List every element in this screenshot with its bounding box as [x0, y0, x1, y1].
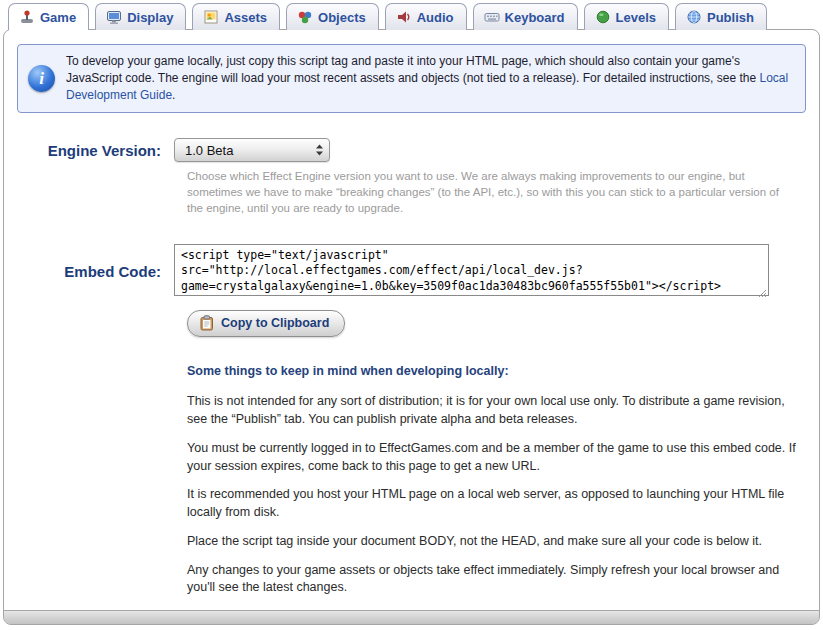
tab-bar: Game Display Assets Objects Audio Keyboa… [0, 3, 823, 30]
info-text-main: To develop your game locally, just copy … [66, 54, 759, 85]
tab-publish-label: Publish [707, 10, 754, 25]
note-paragraph: Any changes to your game assets or objec… [187, 562, 799, 598]
embed-code-textarea[interactable]: <script type="text/javascript" src="http… [174, 244, 769, 296]
note-paragraph: You must be currently logged in to Effec… [187, 440, 799, 476]
copy-button-label: Copy to Clipboard [221, 316, 329, 330]
clipboard-icon [200, 315, 214, 331]
colored-balls-icon [297, 9, 313, 25]
keyboard-icon [484, 9, 500, 25]
local-development-panel: i To develop your game locally, just cop… [3, 29, 820, 625]
tab-publish[interactable]: Publish [675, 3, 767, 30]
notes-heading: Some things to keep in mind when develop… [187, 363, 799, 381]
engine-version-help-text: Choose which Effect Engine version you w… [187, 169, 793, 217]
tab-levels-label: Levels [616, 10, 656, 25]
globe-icon [686, 9, 702, 25]
engine-version-value: 1.0 Beta [185, 143, 233, 158]
green-sphere-icon [595, 9, 611, 25]
tab-game-label: Game [40, 10, 76, 25]
tab-assets[interactable]: Assets [192, 3, 280, 30]
note-paragraph: It is recommended you host your HTML pag… [187, 486, 799, 522]
tab-assets-label: Assets [224, 10, 267, 25]
engine-version-select[interactable]: 1.0 Beta [174, 138, 330, 162]
gamepad-icon [19, 9, 35, 25]
back-arrow-icon [357, 624, 373, 625]
engine-version-label: Engine Version: [4, 142, 174, 159]
note-paragraph: Place the script tag inside your documen… [187, 533, 799, 551]
tab-keyboard[interactable]: Keyboard [473, 3, 578, 30]
panel-footer-bar [3, 610, 820, 625]
tab-display[interactable]: Display [95, 3, 186, 30]
tab-audio[interactable]: Audio [385, 3, 467, 30]
embed-code-label: Embed Code: [4, 263, 174, 280]
speaker-icon [396, 9, 412, 25]
embed-code-row: Embed Code: <script type="text/javascrip… [4, 244, 819, 300]
tab-audio-label: Audio [417, 10, 454, 25]
engine-version-row: Engine Version: 1.0 Beta [4, 138, 819, 162]
monitor-icon [106, 9, 122, 25]
note-paragraph: This is not intended for any sort of dis… [187, 393, 799, 429]
dropdown-arrows-icon [315, 143, 324, 157]
tab-objects-label: Objects [318, 10, 366, 25]
tab-objects[interactable]: Objects [286, 3, 379, 30]
tab-keyboard-label: Keyboard [505, 10, 565, 25]
info-box-text: To develop your game locally, just copy … [66, 53, 793, 104]
picture-icon [203, 9, 219, 25]
embed-code-field: <script type="text/javascript" src="http… [174, 244, 769, 300]
local-development-page: Game Display Assets Objects Audio Keyboa… [0, 0, 823, 630]
tab-game[interactable]: Game [8, 3, 89, 30]
notes-section: Some things to keep in mind when develop… [187, 363, 799, 598]
info-box: i To develop your game locally, just cop… [17, 44, 806, 113]
info-text-period: . [172, 88, 175, 102]
tab-levels[interactable]: Levels [584, 3, 669, 30]
tab-display-label: Display [127, 10, 173, 25]
copy-to-clipboard-button[interactable]: Copy to Clipboard [187, 310, 345, 337]
copy-row: Copy to Clipboard [187, 310, 819, 337]
info-icon: i [28, 65, 55, 92]
